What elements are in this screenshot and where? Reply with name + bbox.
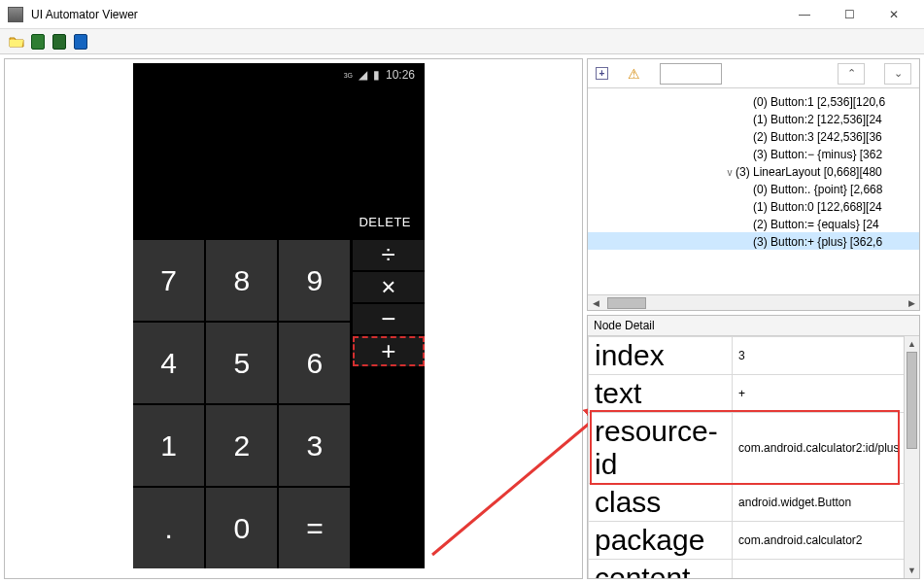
device-preview: 3G ◢ ▮ 10:26 DELETE 7 8 9 4 5 6 1 2 [133,63,425,568]
tree-row[interactable]: v(3) LinearLayout [0,668][480 [588,162,919,180]
detail-row[interactable]: content-descplus [589,560,919,579]
detail-value: plus [733,560,919,579]
tree-row-label: (1) Button:0 [122,668][24 [753,200,882,214]
key-point[interactable]: . [133,488,204,568]
key-3[interactable]: 3 [279,405,350,486]
detail-value: android.widget.Button [733,484,919,522]
detail-key: package [589,522,733,560]
tree-row[interactable]: (0) Button:1 [2,536][120,6 [588,92,919,110]
network-label: 3G [344,72,353,79]
tree-row[interactable]: (1) Button:2 [122,536][24 [588,110,919,127]
collapse-icon[interactable]: v [724,164,736,182]
device-dump-icon[interactable] [29,33,47,51]
tree-horiz-scrollbar[interactable]: ◀ ▶ [588,294,919,310]
detail-row[interactable]: packagecom.android.calculator2 [589,522,919,560]
minimize-button[interactable]: — [782,0,827,29]
tree-row[interactable]: (2) Button:= {equals} [24 [588,215,919,232]
tree-row-label: (3) Button:− {minus} [362 [753,148,882,161]
detail-title: Node Detail [588,316,919,336]
key-equals[interactable]: = [279,488,350,568]
calculator-keypad: 7 8 9 4 5 6 1 2 3 . 0 = ÷ × − + [133,240,425,568]
detail-key: class [589,484,733,522]
detail-key: index [589,337,733,375]
tree-row-label: (1) Button:2 [122,536][24 [753,113,882,126]
tree-row[interactable]: (3) Button:− {minus} [362 [588,145,919,162]
scroll-right-icon[interactable]: ▶ [904,295,919,311]
maximize-button[interactable]: ☐ [827,0,872,29]
expand-all-icon[interactable]: + [596,67,608,80]
device-dump-compressed-icon[interactable] [51,33,68,51]
tree-row-label: (3) Button:+ {plus} [362,6 [753,235,882,249]
key-9[interactable]: 9 [279,240,350,321]
key-6[interactable]: 6 [279,323,350,403]
save-icon[interactable] [72,33,89,51]
title-bar: UI Automator Viewer — ☐ ✕ [0,0,924,29]
detail-value: com.android.calculator2:id/plus [733,413,919,484]
detail-row[interactable]: resource-idcom.android.calculator2:id/pl… [589,413,919,484]
tree-row-label: (0) Button:. {point} [2,668 [753,183,882,196]
hierarchy-pane: + ⚠ ⌃ ⌄ (0) Button:1 [2,536][120,6(1) Bu… [587,58,920,311]
tree-row-label: (2) Button:= {equals} [24 [753,218,879,231]
detail-key: content-desc [589,560,733,579]
toolbar [0,29,924,54]
signal-icon: ◢ [359,68,367,82]
key-divide[interactable]: ÷ [353,240,426,270]
key-0[interactable]: 0 [206,488,277,568]
warning-icon: ⚠ [628,66,640,82]
tree-body[interactable]: (0) Button:1 [2,536][120,6(1) Button:2 [… [588,88,919,294]
key-4[interactable]: 4 [133,323,204,403]
key-8[interactable]: 8 [206,240,277,321]
filter-combo[interactable] [660,63,722,85]
scroll-thumb[interactable] [907,352,917,449]
detail-row[interactable]: classandroid.widget.Button [589,484,919,522]
tree-toolbar: + ⚠ ⌃ ⌄ [588,59,919,88]
detail-table: index3text+resource-idcom.android.calcul… [588,336,919,578]
detail-value: 3 [733,337,919,375]
key-1[interactable]: 1 [133,405,204,486]
key-2[interactable]: 2 [206,405,277,486]
detail-row[interactable]: text+ [589,375,919,413]
detail-vert-scrollbar[interactable]: ▲ ▼ [904,336,919,578]
node-detail-pane: Node Detail index3text+resource-idcom.an… [587,315,920,579]
key-multiply[interactable]: × [353,272,426,302]
tree-row[interactable]: (3) Button:+ {plus} [362,6 [588,232,919,250]
detail-row[interactable]: index3 [589,337,919,375]
key-minus[interactable]: − [353,304,426,334]
battery-icon: ▮ [373,68,380,82]
nav-down-button[interactable]: ⌄ [884,63,911,85]
detail-value: com.android.calculator2 [733,522,919,560]
svg-line-0 [432,404,612,555]
key-5[interactable]: 5 [206,323,277,403]
open-folder-icon[interactable] [8,33,25,51]
scroll-left-icon[interactable]: ◀ [588,295,603,311]
tree-row-label: (3) LinearLayout [0,668][480 [736,165,882,179]
tree-row-label: (0) Button:1 [2,536][120,6 [753,95,885,109]
tree-row-label: (2) Button:3 [242,536][36 [753,130,882,144]
close-button[interactable]: ✕ [872,0,916,29]
key-7[interactable]: 7 [133,240,204,321]
detail-value: + [733,375,919,413]
window-title: UI Automator Viewer [31,8,782,21]
scroll-thumb[interactable] [607,297,646,309]
calculator-display [133,86,425,203]
detail-key: resource-id [589,413,733,484]
tree-row[interactable]: (0) Button:. {point} [2,668 [588,180,919,197]
screenshot-pane: 3G ◢ ▮ 10:26 DELETE 7 8 9 4 5 6 1 2 [4,58,583,579]
key-plus[interactable]: + [353,336,426,366]
tree-row[interactable]: (2) Button:3 [242,536][36 [588,127,919,145]
android-status-bar: 3G ◢ ▮ 10:26 [133,63,425,86]
detail-key: text [589,375,733,413]
clock-label: 10:26 [386,68,415,82]
delete-button[interactable]: DELETE [359,215,411,229]
tree-row[interactable]: (1) Button:0 [122,668][24 [588,197,919,215]
scroll-up-icon[interactable]: ▲ [905,336,919,352]
nav-up-button[interactable]: ⌃ [838,63,865,85]
scroll-down-icon[interactable]: ▼ [905,563,919,578]
app-icon [8,7,23,22]
